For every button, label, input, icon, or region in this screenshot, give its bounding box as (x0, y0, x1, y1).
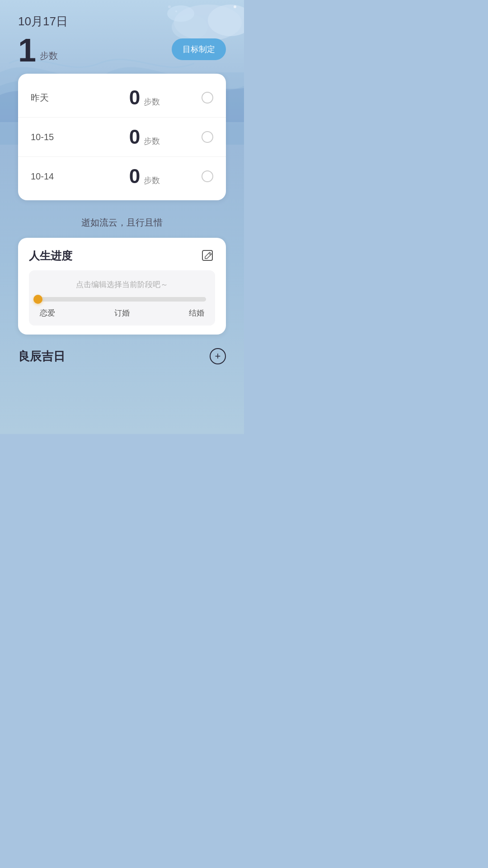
history-date-1: 10-15 (31, 132, 88, 142)
steps-count: 1 步数 (18, 34, 58, 66)
goal-button[interactable]: 目标制定 (172, 38, 226, 60)
edit-icon[interactable] (201, 249, 215, 263)
life-progress-card: 人生进度 点击编辑选择当前阶段吧～ 恋爱 订婚 结婚 (18, 238, 226, 335)
history-steps-0: 0 步数 (88, 86, 202, 109)
auspicious-title: 良辰吉日 (18, 349, 65, 364)
history-steps-unit-1: 步数 (144, 136, 160, 146)
steps-unit: 步数 (40, 50, 58, 66)
progress-labels: 恋爱 订婚 结婚 (38, 308, 206, 318)
radio-0[interactable] (202, 92, 213, 104)
quote-text: 逝如流云，且行且惜 (9, 208, 235, 233)
history-steps-1: 0 步数 (88, 126, 202, 148)
svg-rect-7 (202, 250, 212, 260)
history-date-2: 10-14 (31, 171, 88, 182)
progress-area[interactable]: 点击编辑选择当前阶段吧～ 恋爱 订婚 结婚 (29, 270, 215, 326)
date-header: 10月17日 (9, 0, 235, 29)
progress-hint: 点击编辑选择当前阶段吧～ (38, 279, 206, 290)
history-card: 昨天 0 步数 10-15 0 步数 10-14 0 步数 (18, 74, 226, 200)
history-row: 10-15 0 步数 (18, 118, 226, 157)
steps-number: 1 (18, 34, 36, 66)
radio-1[interactable] (202, 131, 213, 143)
auspicious-section: 良辰吉日 + (9, 339, 235, 369)
history-steps-num-0: 0 (129, 86, 140, 109)
history-steps-num-2: 0 (129, 165, 140, 188)
life-card-header: 人生进度 (29, 249, 215, 263)
history-steps-num-1: 0 (129, 126, 140, 148)
progress-bar[interactable] (38, 297, 206, 302)
progress-label-0: 恋爱 (40, 308, 55, 318)
progress-label-2: 结婚 (189, 308, 204, 318)
history-steps-2: 0 步数 (88, 165, 202, 188)
history-row: 昨天 0 步数 (18, 78, 226, 118)
history-steps-unit-0: 步数 (144, 96, 160, 107)
progress-dot (33, 295, 42, 304)
history-date-0: 昨天 (31, 92, 88, 104)
radio-2[interactable] (202, 170, 213, 182)
steps-section: 1 步数 目标制定 (9, 29, 235, 66)
history-steps-unit-2: 步数 (144, 175, 160, 186)
progress-label-1: 订婚 (114, 308, 130, 318)
add-button[interactable]: + (210, 348, 226, 364)
life-progress-title: 人生进度 (29, 249, 72, 263)
history-row: 10-14 0 步数 (18, 157, 226, 196)
